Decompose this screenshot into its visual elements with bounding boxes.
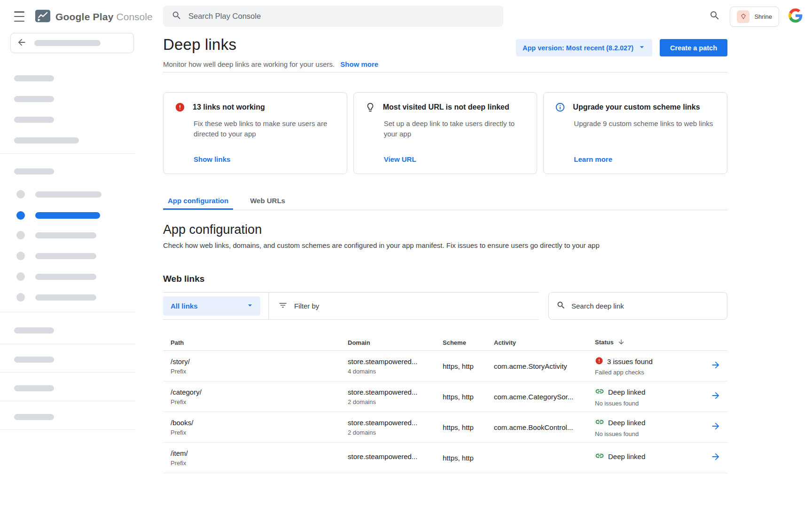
table-row[interactable]: /item/ Prefix store.steampowered... http… — [163, 443, 727, 473]
lightbulb-icon — [365, 102, 375, 112]
nav-item-icon-placeholder — [16, 211, 25, 220]
scheme-value: https, http — [443, 362, 494, 370]
topbar-actions: Shrine — [709, 0, 803, 33]
column-header-status[interactable]: Status — [595, 338, 705, 347]
status-detail: No issues found — [595, 400, 705, 407]
skeleton-bar — [14, 96, 54, 102]
app-version-dropdown[interactable]: App version: Most recent (8.2.027) — [516, 39, 652, 56]
skeleton-bar — [35, 274, 96, 280]
sidebar-divider — [0, 312, 135, 312]
filter-by-button[interactable]: Filter by — [278, 301, 319, 311]
domain-count: 2 domains — [348, 398, 443, 405]
path-type: Prefix — [171, 398, 348, 405]
card-body: Fix these web links to make sure users a… — [194, 119, 336, 139]
path-value: /story/ — [171, 357, 348, 365]
insight-cards: 13 links not working Fix these web links… — [163, 92, 727, 174]
domain-count: 4 domains — [348, 368, 443, 375]
sidebar-divider — [0, 153, 135, 154]
create-patch-button[interactable]: Create a patch — [660, 39, 727, 56]
skeleton-bar — [35, 253, 96, 259]
row-detail-arrow-icon[interactable] — [710, 390, 721, 403]
play-console-logo[interactable]: Google Play Console — [35, 8, 153, 26]
card-most-visited-url: Most visited URL is not deep linked Set … — [353, 92, 538, 174]
card-title: Upgrade your custom scheme links — [573, 103, 700, 111]
card-links-not-working: 13 links not working Fix these web links… — [163, 92, 347, 174]
menu-icon[interactable] — [14, 11, 26, 22]
google-account-avatar[interactable] — [789, 8, 803, 24]
top-app-bar: Google Play Console Shrine — [0, 0, 812, 33]
column-header-activity[interactable]: Activity — [494, 339, 595, 346]
table-row[interactable]: /story/ Prefix store.steampowered... 4 d… — [163, 351, 727, 381]
nav-item-skeleton[interactable] — [16, 293, 96, 302]
table-header: Path Domain Scheme Activity Status — [163, 335, 727, 351]
learn-more-link[interactable]: Learn more — [574, 155, 612, 163]
column-header-domain[interactable]: Domain — [348, 339, 443, 346]
app-icon — [737, 10, 750, 23]
skeleton-bar — [35, 191, 102, 198]
table-row[interactable]: /books/ Prefix store.steampowered... 2 d… — [163, 412, 727, 443]
status-detail: No issues found — [595, 430, 705, 437]
nav-item-skeleton[interactable] — [16, 252, 96, 260]
app-switcher-chip[interactable]: Shrine — [730, 7, 779, 27]
section-title: App configuration — [163, 222, 727, 237]
status-value: Deep linked — [608, 388, 645, 396]
page-search-icon[interactable] — [709, 10, 720, 23]
domain-value: store.steampowered... — [348, 419, 443, 427]
column-header-scheme[interactable]: Scheme — [443, 339, 494, 346]
filter-divider — [268, 292, 269, 320]
row-detail-arrow-icon[interactable] — [710, 360, 721, 372]
scheme-value: https, http — [443, 393, 494, 401]
show-more-link[interactable]: Show more — [340, 60, 378, 68]
skeleton-bar — [14, 117, 54, 123]
tab-web-urls[interactable]: Web URLs — [245, 192, 290, 210]
deep-link-search-input[interactable] — [571, 302, 719, 310]
row-detail-arrow-icon[interactable] — [710, 452, 721, 464]
card-body: Upgrade 9 custom scheme links to web lin… — [574, 119, 716, 129]
nav-item-icon-placeholder — [16, 272, 25, 281]
nav-item-deep-links-active[interactable] — [16, 211, 100, 220]
deep-link-search[interactable] — [548, 292, 727, 320]
nav-item-icon-placeholder — [16, 293, 25, 302]
show-links-link[interactable]: Show links — [194, 155, 230, 163]
nav-item-icon-placeholder — [16, 190, 25, 198]
chevron-down-icon — [637, 42, 647, 53]
nav-item-skeleton[interactable] — [16, 272, 96, 281]
skeleton-bar — [14, 385, 54, 391]
activity-value: com.acme.CategorySor... — [494, 393, 595, 401]
nav-item-icon-placeholder — [16, 231, 25, 239]
logo-text-secondary: Console — [117, 11, 153, 23]
chevron-down-icon — [245, 301, 255, 311]
domain-value: store.steampowered... — [348, 388, 443, 396]
domain-value: store.steampowered... — [348, 357, 443, 365]
arrow-back-icon — [16, 37, 27, 49]
sidebar-divider — [0, 429, 135, 430]
error-icon — [595, 357, 603, 366]
sort-descending-icon[interactable] — [617, 340, 625, 347]
nav-item-skeleton[interactable] — [16, 190, 102, 198]
web-links-title: Web links — [163, 274, 727, 284]
skeleton-bar — [14, 357, 54, 363]
skeleton-bar — [35, 294, 96, 301]
link-icon — [595, 451, 604, 462]
table-row[interactable]: /category/ Prefix store.steampowered... … — [163, 381, 727, 412]
scheme-value: https, http — [443, 454, 494, 462]
column-header-path[interactable]: Path — [171, 339, 348, 346]
filter-icon — [278, 301, 288, 311]
main-content: Deep links App version: Most recent (8.2… — [135, 33, 812, 473]
view-url-link[interactable]: View URL — [384, 155, 416, 163]
nav-item-skeleton[interactable] — [16, 231, 96, 239]
global-search[interactable] — [163, 6, 503, 27]
sidebar-back-button[interactable] — [10, 33, 134, 53]
status-value: Deep linked — [608, 419, 645, 427]
path-value: /item/ — [171, 449, 348, 457]
card-title: 13 links not working — [193, 103, 265, 111]
global-search-input[interactable] — [188, 12, 495, 21]
skeleton-bar — [14, 137, 79, 143]
tab-app-configuration[interactable]: App configuration — [163, 192, 233, 210]
path-type: Prefix — [171, 429, 348, 436]
domain-count: 2 domains — [348, 429, 443, 436]
row-detail-arrow-icon[interactable] — [710, 421, 721, 433]
links-filter-dropdown[interactable]: All links — [163, 296, 260, 316]
tab-bar: App configuration Web URLs — [163, 192, 727, 210]
link-icon — [595, 387, 604, 397]
